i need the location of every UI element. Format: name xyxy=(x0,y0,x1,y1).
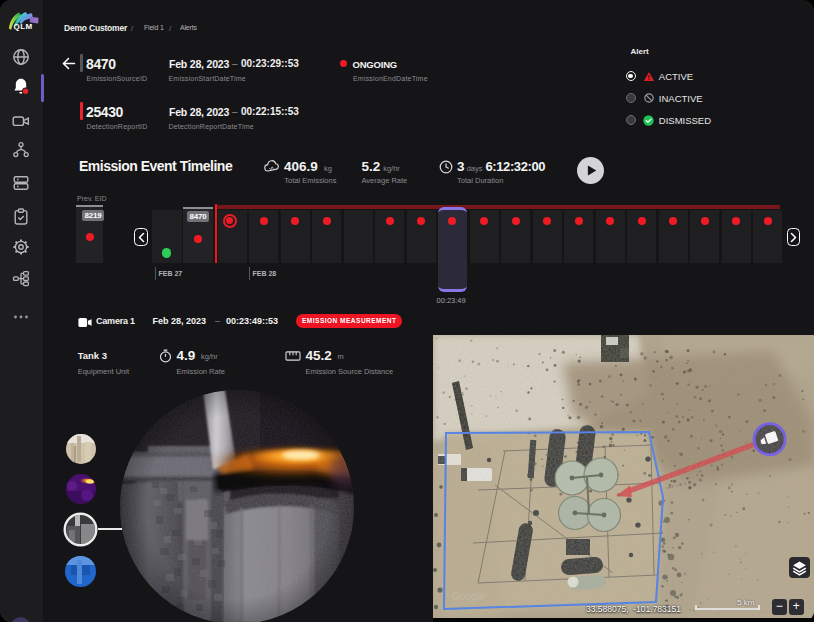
svg-text:Google: Google xyxy=(452,591,485,602)
